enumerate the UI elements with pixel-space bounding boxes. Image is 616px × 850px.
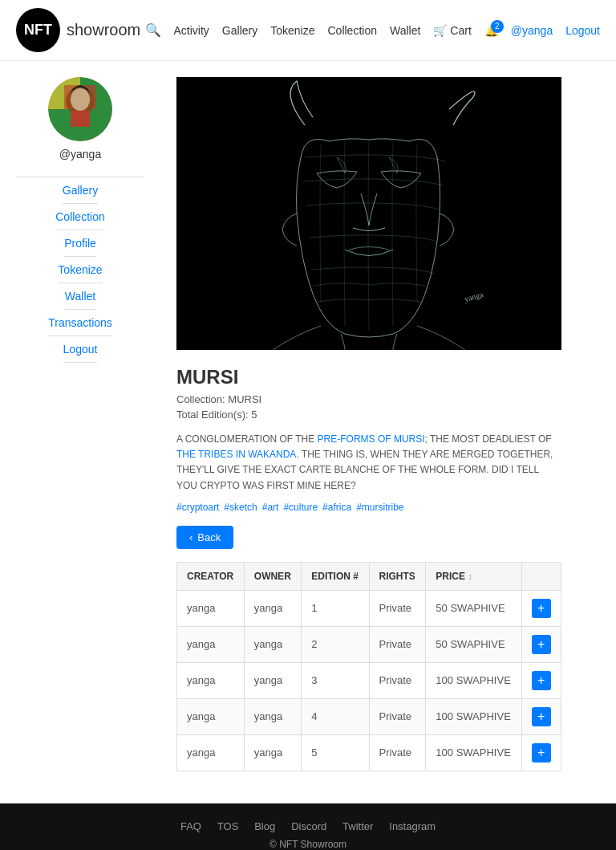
cell-edition: 4 — [302, 698, 369, 734]
logo-showroom: showroom — [67, 21, 140, 39]
sort-icon[interactable]: ↕ — [468, 571, 472, 581]
sidebar: @yanga Gallery Collection Profile Tokeni… — [0, 61, 160, 803]
col-edition: EDITION # — [302, 562, 369, 590]
avatar-svg — [48, 77, 112, 141]
sidebar-item-profile[interactable]: Profile — [64, 230, 96, 257]
avatar — [48, 77, 112, 141]
tag-mursitribe[interactable]: #mursitribe — [356, 502, 403, 513]
sidebar-nav: Gallery Collection Profile Tokenize Wall… — [16, 177, 144, 363]
sidebar-item-gallery[interactable]: Gallery — [63, 177, 98, 204]
cell-creator: yanga — [177, 662, 245, 698]
mursi-svg: yanga — [176, 77, 561, 350]
table-header: CREATOR OWNER EDITION # RIGHTS PRICE ↕ — [177, 562, 561, 590]
cell-rights: Private — [369, 734, 426, 771]
cell-edition: 3 — [302, 662, 369, 698]
nft-description: A CONGLOMERATION OF THE PRE-FORMS OF MUR… — [176, 432, 561, 494]
tag-sketch[interactable]: #sketch — [224, 502, 257, 513]
footer-blog[interactable]: Blog — [254, 820, 275, 832]
col-rights: RIGHTS — [369, 562, 426, 590]
back-label: Back — [197, 531, 221, 543]
cell-creator: yanga — [177, 698, 245, 734]
sidebar-username: @yanga — [59, 148, 101, 161]
footer-copyright: © NFT Showroom — [16, 839, 600, 850]
footer-twitter[interactable]: Twitter — [342, 820, 373, 832]
footer-discord[interactable]: Discord — [291, 820, 326, 832]
add-button-1[interactable]: + — [532, 599, 551, 618]
sidebar-item-wallet[interactable]: Wallet — [65, 283, 95, 310]
nav-tokenize[interactable]: Tokenize — [270, 24, 314, 37]
cell-add: + — [521, 698, 561, 734]
main-nav: 🔍 Activity Gallery Tokenize Collection W… — [145, 22, 600, 38]
cell-owner: yanga — [244, 590, 301, 626]
bell-badge: 2 — [491, 20, 504, 33]
nav-wallet[interactable]: Wallet — [390, 24, 420, 37]
avatar-area: @yanga — [16, 77, 144, 161]
back-chevron-icon: ‹ — [189, 531, 192, 543]
svg-rect-6 — [176, 77, 561, 350]
sidebar-item-collection[interactable]: Collection — [55, 204, 104, 230]
nav-logout[interactable]: Logout — [565, 24, 600, 37]
table-row: yanga yanga 4 Private 100 SWAPHIVE + — [177, 698, 561, 734]
nft-image-container: yanga — [176, 77, 561, 350]
col-owner: OWNER — [244, 562, 301, 590]
sidebar-item-logout[interactable]: Logout — [63, 336, 98, 363]
sidebar-item-tokenize[interactable]: Tokenize — [58, 257, 102, 283]
nft-artwork: yanga — [176, 77, 561, 350]
cell-price: 100 SWAPHIVE — [426, 698, 521, 734]
cell-owner: yanga — [244, 626, 301, 662]
nft-tags: #cryptoart #sketch #art #culture #africa… — [176, 502, 592, 513]
nav-activity[interactable]: Activity — [174, 24, 209, 37]
editions-table: CREATOR OWNER EDITION # RIGHTS PRICE ↕ y… — [176, 562, 561, 771]
back-button[interactable]: ‹ Back — [176, 526, 233, 549]
bell-area[interactable]: 🔔 2 — [484, 24, 498, 37]
tag-cryptoart[interactable]: #cryptoart — [176, 502, 219, 513]
cart-label: Cart — [450, 24, 471, 37]
cell-add: + — [521, 734, 561, 771]
col-action — [521, 562, 561, 590]
nav-username[interactable]: @yanga — [511, 24, 553, 37]
add-button-5[interactable]: + — [532, 743, 551, 763]
cell-owner: yanga — [244, 698, 301, 734]
main-layout: @yanga Gallery Collection Profile Tokeni… — [0, 61, 616, 803]
nft-title: MURSI — [176, 366, 592, 388]
cell-creator: yanga — [177, 734, 245, 771]
col-creator: CREATOR — [177, 562, 245, 590]
cell-creator: yanga — [177, 590, 245, 626]
logo-nft: NFT — [16, 8, 60, 52]
svg-rect-5 — [71, 111, 90, 127]
footer: FAQ TOS Blog Discord Twitter Instagram ©… — [0, 803, 616, 850]
tag-africa[interactable]: #africa — [322, 502, 351, 513]
footer-links: FAQ TOS Blog Discord Twitter Instagram — [16, 819, 600, 832]
table-row: yanga yanga 3 Private 100 SWAPHIVE + — [177, 662, 561, 698]
svg-point-4 — [71, 88, 90, 111]
highlight-1: PRE-FORMS OF MURSI — [318, 433, 425, 445]
highlight-2: THE TRIBES IN WAKANDA — [176, 449, 296, 460]
cart-area[interactable]: 🛒 Cart — [433, 24, 471, 37]
footer-instagram[interactable]: Instagram — [389, 820, 436, 832]
header: NFT showroom 🔍 Activity Gallery Tokenize… — [0, 0, 616, 61]
search-icon[interactable]: 🔍 — [145, 22, 161, 38]
cell-price: 100 SWAPHIVE — [426, 662, 521, 698]
sidebar-item-transactions[interactable]: Transactions — [48, 310, 112, 336]
tag-culture[interactable]: #culture — [283, 502, 318, 513]
table-row: yanga yanga 5 Private 100 SWAPHIVE + — [177, 734, 561, 771]
add-button-3[interactable]: + — [532, 671, 551, 690]
cell-edition: 5 — [302, 734, 369, 771]
cell-price: 50 SWAPHIVE — [426, 626, 521, 662]
tag-art[interactable]: #art — [262, 502, 279, 513]
cell-edition: 2 — [302, 626, 369, 662]
add-button-2[interactable]: + — [532, 635, 551, 654]
col-price: PRICE ↕ — [426, 562, 521, 590]
cell-add: + — [521, 590, 561, 626]
add-button-4[interactable]: + — [532, 707, 551, 726]
nft-editions-label: Total Edition(s): 5 — [176, 409, 592, 421]
nav-gallery[interactable]: Gallery — [222, 24, 257, 37]
cell-price: 50 SWAPHIVE — [426, 590, 521, 626]
footer-tos[interactable]: TOS — [217, 820, 239, 832]
logo-link[interactable]: NFT showroom — [16, 8, 140, 52]
cell-rights: Private — [369, 698, 426, 734]
cell-edition: 1 — [302, 590, 369, 626]
nav-collection[interactable]: Collection — [327, 24, 376, 37]
footer-faq[interactable]: FAQ — [180, 820, 201, 832]
table-row: yanga yanga 2 Private 50 SWAPHIVE + — [177, 626, 561, 662]
